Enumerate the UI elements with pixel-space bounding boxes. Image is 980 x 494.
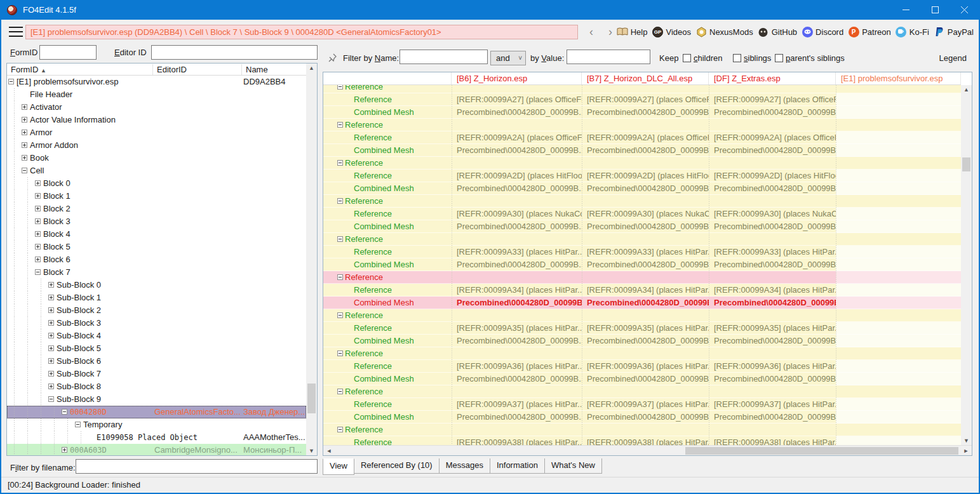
- expand-icon[interactable]: [35, 193, 41, 199]
- link-discord[interactable]: Discord: [802, 26, 843, 37]
- collapse-icon[interactable]: [337, 122, 343, 128]
- expand-icon[interactable]: [35, 206, 41, 211]
- grid-vscroll-thumb[interactable]: [962, 157, 970, 171]
- close-button[interactable]: [950, 0, 979, 20]
- tree-row[interactable]: Block 7: [7, 266, 306, 279]
- collapse-icon[interactable]: [337, 236, 343, 242]
- grid-header-tree[interactable]: [323, 72, 452, 84]
- expand-icon[interactable]: [62, 447, 67, 453]
- expand-icon[interactable]: [48, 307, 54, 313]
- tree-row[interactable]: Block 3: [7, 215, 306, 228]
- grid-row-combined-mesh[interactable]: Combined MeshPrecombined\0004280D_00099B…: [323, 220, 961, 233]
- grid-vertical-scrollbar[interactable]: ▲ ▼: [961, 85, 972, 445]
- collapse-icon[interactable]: [22, 168, 27, 173]
- collapse-icon[interactable]: [337, 274, 343, 280]
- expand-icon[interactable]: [22, 117, 27, 123]
- tree-row[interactable]: Book: [7, 152, 306, 164]
- tree-header-editorid[interactable]: EditorID: [153, 64, 242, 75]
- tree-row[interactable]: 0004280DGeneralAtomicsFacto...Завод Джен…: [7, 406, 306, 418]
- filename-filter-input[interactable]: [76, 459, 318, 474]
- tree-row[interactable]: Block 0: [7, 177, 306, 190]
- expand-icon[interactable]: [48, 295, 54, 300]
- expand-icon[interactable]: [22, 142, 27, 148]
- grid-row-group[interactable]: Reference: [323, 233, 961, 246]
- grid-row-group[interactable]: Reference: [323, 195, 961, 208]
- keep-children-checkbox[interactable]: [683, 54, 691, 62]
- tree-row[interactable]: Sub-Block 1: [7, 291, 306, 304]
- tree-row[interactable]: Temporary: [7, 418, 306, 431]
- tree-header-formid[interactable]: FormID ▲: [7, 64, 153, 75]
- collapse-icon[interactable]: [35, 269, 41, 275]
- grid-row-reference[interactable]: Reference[REFR:00099A37] (places HitPar.…: [323, 398, 961, 411]
- expand-icon[interactable]: [48, 384, 54, 389]
- tab-view[interactable]: View: [323, 458, 354, 475]
- grid-header-plugin[interactable]: [B6] Z_Horizon.esp: [452, 72, 582, 84]
- grid-row-group[interactable]: Reference: [323, 271, 961, 284]
- scroll-up-icon[interactable]: ▲: [961, 86, 972, 93]
- tab-information[interactable]: Information: [490, 458, 545, 474]
- grid-row-combined-mesh[interactable]: Combined MeshPrecombined\0004280D_00099B…: [323, 411, 961, 424]
- scroll-left-icon[interactable]: ◄: [325, 448, 333, 454]
- scroll-down-icon[interactable]: ▼: [306, 448, 317, 454]
- expand-icon[interactable]: [48, 371, 54, 377]
- tree-row[interactable]: Actor Value Information: [7, 114, 306, 126]
- grid-row-reference[interactable]: Reference[REFR:00099A27] (places OfficeF…: [323, 93, 961, 106]
- back-arrow-icon[interactable]: ‹: [583, 23, 600, 40]
- tab-what-s-new[interactable]: What's New: [544, 458, 602, 474]
- tree-row[interactable]: Armor: [7, 126, 306, 139]
- tree-row[interactable]: Sub-Block 2: [7, 304, 306, 317]
- tree-scroll-thumb[interactable]: [307, 384, 316, 413]
- grid-row-reference[interactable]: Reference[REFR:00099A2D] (places HitFloo…: [323, 170, 961, 182]
- expand-icon[interactable]: [22, 130, 27, 135]
- collapse-icon[interactable]: [75, 422, 81, 427]
- tree-row[interactable]: Block 5: [7, 241, 306, 253]
- tree-row[interactable]: Sub-Block 6: [7, 355, 306, 368]
- grid-row-combined-mesh[interactable]: Combined MeshPrecombined\0004280D_00099B…: [323, 335, 961, 347]
- tab-referenced-by-10[interactable]: Referenced By (10): [354, 458, 440, 474]
- collapse-icon[interactable]: [337, 350, 343, 356]
- tree-row[interactable]: Sub-Block 4: [7, 330, 306, 342]
- link-ko-fi[interactable]: Ko-Fi: [896, 26, 929, 37]
- grid-row-reference[interactable]: Reference[REFR:00099A38] (places HitPar.…: [323, 436, 961, 445]
- grid-row-combined-mesh[interactable]: Combined MeshPrecombined\0004280D_00099B…: [323, 106, 961, 119]
- grid-row-reference[interactable]: Reference[REFR:00099A35] (places HitPar.…: [323, 322, 961, 335]
- expand-icon[interactable]: [35, 257, 41, 262]
- maximize-button[interactable]: [920, 0, 950, 20]
- grid-row-combined-mesh[interactable]: Combined MeshPrecombined\0004280D_00099B…: [323, 373, 961, 385]
- filter-name-input[interactable]: [399, 50, 488, 64]
- collapse-icon[interactable]: [337, 85, 343, 90]
- grid-horizontal-scrollbar[interactable]: ◄ ►: [323, 445, 972, 455]
- collapse-icon[interactable]: [48, 396, 54, 402]
- grid-row-group[interactable]: Reference: [323, 85, 961, 93]
- grid-row-reference[interactable]: Reference[REFR:00099A34] (places HitPar.…: [323, 284, 961, 297]
- link-patreon[interactable]: PPatreon: [848, 26, 891, 37]
- collapse-icon[interactable]: [337, 312, 343, 318]
- tree-row[interactable]: Sub-Block 7: [7, 368, 306, 380]
- tab-messages[interactable]: Messages: [439, 458, 490, 474]
- tree-row[interactable]: Armor Addon: [7, 139, 306, 152]
- scroll-down-icon[interactable]: ▼: [961, 437, 972, 444]
- formid-input[interactable]: [39, 45, 97, 60]
- tree-row[interactable]: File Header: [7, 88, 306, 101]
- expand-icon[interactable]: [35, 231, 41, 237]
- expand-icon[interactable]: [48, 320, 54, 326]
- grid-row-group[interactable]: Reference: [323, 119, 961, 131]
- tree-row[interactable]: [E1] problemsofsurvivor.espDD9A2BB4: [7, 76, 306, 88]
- tree-row[interactable]: Sub-Block 0: [7, 279, 306, 291]
- tree-row[interactable]: Block 4: [7, 228, 306, 241]
- tree-row[interactable]: Block 6: [7, 253, 306, 266]
- tree-row[interactable]: Sub-Block 9: [7, 393, 306, 406]
- expand-icon[interactable]: [48, 345, 54, 351]
- link-help[interactable]: Help: [617, 26, 648, 37]
- menu-button[interactable]: [9, 27, 23, 37]
- minimize-button[interactable]: [891, 0, 920, 20]
- link-videos[interactable]: GPVideos: [652, 26, 691, 37]
- grid-header-plugin[interactable]: [E1] problemsofsurvivor.esp: [836, 72, 961, 84]
- grid-row-reference[interactable]: Reference[REFR:00099A36] (places HitPar.…: [323, 360, 961, 373]
- grid-row-reference[interactable]: Reference[REFR:00099A30] (places NukaCo.…: [323, 208, 961, 220]
- legend-link[interactable]: Legend: [939, 53, 967, 63]
- collapse-icon[interactable]: [337, 389, 343, 394]
- collapse-icon[interactable]: [337, 160, 343, 166]
- tree-row[interactable]: Block 1: [7, 190, 306, 203]
- collapse-icon[interactable]: [8, 79, 14, 84]
